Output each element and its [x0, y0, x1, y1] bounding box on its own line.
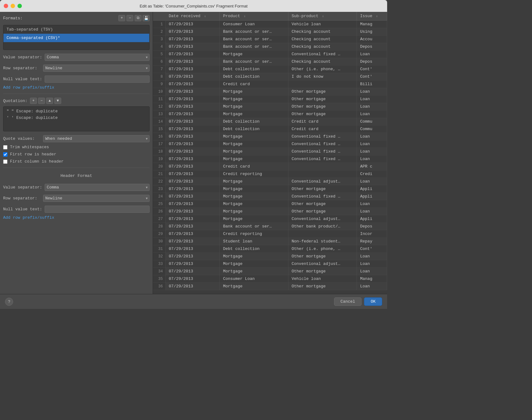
quote-values-select[interactable]: When needed Always Never: [43, 135, 150, 142]
trim-whitespace-label: Trim whitespaces: [10, 145, 49, 149]
date-cell: 07/29/2013: [165, 245, 220, 253]
cancel-button[interactable]: Cancel: [334, 297, 362, 306]
table-row[interactable]: 12 07/29/2013 Mortgage Other mortgage Lo…: [153, 103, 387, 110]
issue-header[interactable]: Issue ⇕: [357, 12, 387, 21]
subproduct-cell: Other mortgage: [288, 268, 357, 275]
table-row[interactable]: 30 07/29/2013 Student loan Non-federal s…: [153, 238, 387, 245]
copy-format-button[interactable]: ⧉: [135, 15, 141, 21]
row-number-cell: 36: [153, 283, 165, 290]
header-value-separator-label: Value separator:: [3, 185, 42, 190]
date-cell: 07/29/2013: [165, 110, 220, 118]
row-separator-row: Row separator: Newline CR+LF ▼: [3, 65, 150, 72]
date-cell: 07/29/2013: [165, 140, 220, 148]
table-row[interactable]: 10 07/29/2013 Mortgage Other mortgage Lo…: [153, 88, 387, 95]
header-null-value-row: Null value text:: [3, 206, 150, 213]
table-row[interactable]: 8 07/29/2013 Debt collection I do not kn…: [153, 73, 387, 81]
product-header[interactable]: Product ⇕: [220, 12, 288, 21]
table-row[interactable]: 3 07/29/2013 Bank account or ser… Checki…: [153, 36, 387, 43]
move-up-quotation-button[interactable]: ▲: [46, 98, 53, 104]
table-row[interactable]: 25 07/29/2013 Mortgage Other mortgage Lo…: [153, 200, 387, 208]
table-row[interactable]: 23 07/29/2013 Mortgage Other mortgage Ap…: [153, 185, 387, 193]
value-separator-select[interactable]: Comma Tab Semicolon Pipe: [45, 54, 150, 61]
table-row[interactable]: 11 07/29/2013 Mortgage Other mortgage Lo…: [153, 95, 387, 103]
table-row[interactable]: 9 07/29/2013 Credit card Billi: [153, 81, 387, 88]
subproduct-sort-icon: ⇕: [322, 15, 324, 18]
table-row[interactable]: 1 07/29/2013 Consumer Loan Vehicle loan …: [153, 21, 387, 28]
issue-cell: Loan: [357, 103, 387, 110]
row-number-cell: 17: [153, 140, 165, 148]
table-row[interactable]: 36 07/29/2013 Mortgage Other mortgage Lo…: [153, 283, 387, 290]
trim-whitespace-checkbox[interactable]: [3, 145, 7, 149]
table-container[interactable]: Date received ⇕ Product ⇕ Sub-product ⇕ …: [153, 12, 387, 294]
remove-format-button[interactable]: −: [126, 15, 133, 21]
issue-cell: Loan: [357, 283, 387, 290]
first-column-header-checkbox[interactable]: [3, 159, 7, 164]
product-cell: Mortgage: [220, 208, 288, 215]
move-down-quotation-button[interactable]: ▼: [54, 98, 61, 104]
subproduct-cell: Checking account: [288, 36, 357, 43]
table-row[interactable]: 34 07/29/2013 Mortgage Other mortgage Lo…: [153, 268, 387, 275]
header-value-separator-select[interactable]: Comma Tab: [45, 184, 150, 191]
table-row[interactable]: 22 07/29/2013 Mortgage Conventional adju…: [153, 178, 387, 185]
row-separator-select[interactable]: Newline CR+LF: [43, 65, 150, 72]
table-row[interactable]: 16 07/29/2013 Mortgage Conventional fixe…: [153, 133, 387, 140]
table-row[interactable]: 31 07/29/2013 Debt collection Other (i.e…: [153, 245, 387, 253]
date-cell: 07/29/2013: [165, 118, 220, 125]
issue-cell: Incor: [357, 230, 387, 238]
quotation-item-single[interactable]: ' ' Escape: duplicate: [5, 115, 148, 121]
help-button[interactable]: ?: [5, 298, 13, 306]
table-row[interactable]: 2 07/29/2013 Bank account or ser… Checki…: [153, 28, 387, 36]
subproduct-cell: Conventional fixed …: [288, 148, 357, 155]
table-row[interactable]: 20 07/29/2013 Credit card APR c: [153, 163, 387, 170]
row-number-cell: 22: [153, 178, 165, 185]
table-row[interactable]: 28 07/29/2013 Bank account or ser… Other…: [153, 223, 387, 230]
table-row[interactable]: 29 07/29/2013 Credit reporting Incor: [153, 230, 387, 238]
table-row[interactable]: 27 07/29/2013 Mortgage Conventional adju…: [153, 215, 387, 223]
format-item-tsv[interactable]: Tab-separated (TSV): [3, 25, 149, 34]
row-number-cell: 1: [153, 21, 165, 28]
issue-cell: Loan: [357, 200, 387, 208]
table-row[interactable]: 26 07/29/2013 Mortgage Other mortgage Lo…: [153, 208, 387, 215]
table-row[interactable]: 21 07/29/2013 Credit reporting Credi: [153, 170, 387, 178]
table-row[interactable]: 18 07/29/2013 Mortgage Conventional fixe…: [153, 148, 387, 155]
issue-cell: APR c: [357, 163, 387, 170]
table-row[interactable]: 33 07/29/2013 Mortgage Conventional adju…: [153, 260, 387, 268]
table-row[interactable]: 6 07/29/2013 Bank account or ser… Checki…: [153, 58, 387, 66]
first-row-header-checkbox[interactable]: [3, 152, 7, 157]
product-cell: Debt collection: [220, 125, 288, 133]
format-item-csv[interactable]: Comma-separated (CSV)*: [3, 34, 149, 42]
section-divider-2: [3, 168, 150, 168]
null-value-input[interactable]: [45, 76, 150, 83]
table-row[interactable]: 17 07/29/2013 Mortgage Conventional fixe…: [153, 140, 387, 148]
issue-cell: Loan: [357, 268, 387, 275]
table-row[interactable]: 15 07/29/2013 Debt collection Credit car…: [153, 125, 387, 133]
date-cell: 07/29/2013: [165, 81, 220, 88]
row-number-cell: 34: [153, 268, 165, 275]
product-cell: Mortgage: [220, 253, 288, 260]
date-received-header[interactable]: Date received ⇕: [165, 12, 220, 21]
save-format-button[interactable]: 💾: [143, 15, 150, 21]
remove-quotation-button[interactable]: −: [38, 98, 45, 104]
ok-button[interactable]: OK: [364, 297, 382, 306]
maximize-button[interactable]: [17, 4, 22, 8]
header-null-value-input[interactable]: [45, 206, 150, 213]
add-row-prefix-link[interactable]: Add row prefix/suffix: [3, 85, 150, 90]
table-row[interactable]: 35 07/29/2013 Consumer Loan Vehicle loan…: [153, 275, 387, 283]
table-row[interactable]: 32 07/29/2013 Mortgage Other mortgage Lo…: [153, 253, 387, 260]
table-row[interactable]: 24 07/29/2013 Mortgage Conventional fixe…: [153, 193, 387, 200]
minimize-button[interactable]: [11, 4, 15, 8]
close-button[interactable]: [4, 4, 8, 8]
table-row[interactable]: 13 07/29/2013 Mortgage Other mortgage Lo…: [153, 110, 387, 118]
table-row[interactable]: 14 07/29/2013 Debt collection Credit car…: [153, 118, 387, 125]
quotation-item-double[interactable]: " " Escape: duplicate: [5, 108, 148, 115]
add-quotation-button[interactable]: +: [30, 98, 37, 104]
header-add-row-prefix-link[interactable]: Add row prefix/suffix: [3, 215, 150, 220]
table-row[interactable]: 19 07/29/2013 Mortgage Conventional fixe…: [153, 155, 387, 163]
product-cell: Mortgage: [220, 185, 288, 193]
header-row-separator-select[interactable]: Newline CR+LF: [43, 195, 150, 202]
table-row[interactable]: 5 07/29/2013 Mortgage Conventional fixed…: [153, 51, 387, 58]
add-format-button[interactable]: +: [118, 15, 125, 21]
subproduct-header[interactable]: Sub-product ⇕: [288, 12, 357, 21]
table-row[interactable]: 7 07/29/2013 Debt collection Other (i.e.…: [153, 66, 387, 73]
table-row[interactable]: 4 07/29/2013 Bank account or ser… Checki…: [153, 43, 387, 51]
